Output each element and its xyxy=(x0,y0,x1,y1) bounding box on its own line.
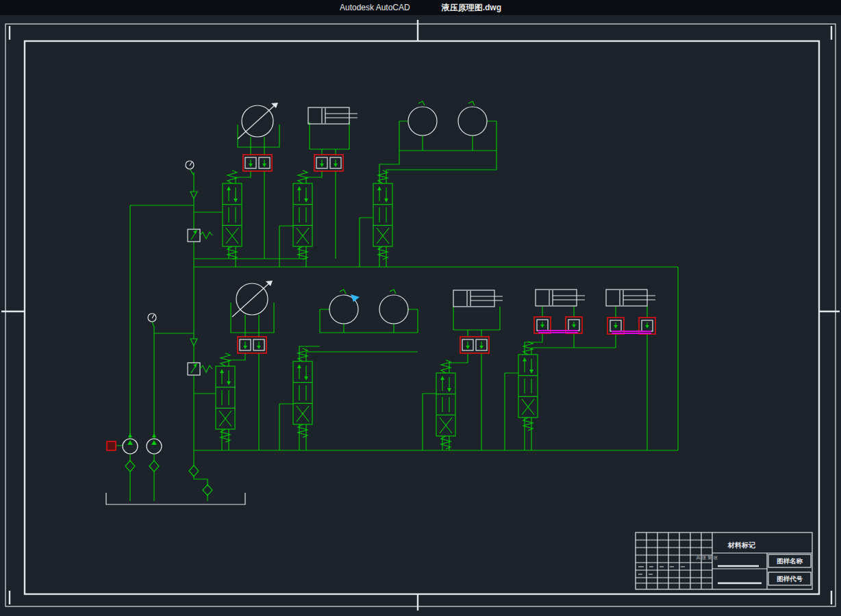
pressure-gauge-symbol xyxy=(186,161,194,169)
hydraulic-cylinder-symbol xyxy=(308,107,357,124)
pump-symbol xyxy=(147,439,162,454)
directional-valve-symbol xyxy=(293,348,312,437)
directional-valve-symbol xyxy=(373,170,392,259)
flow-arrow-icon xyxy=(128,433,132,437)
piping xyxy=(130,137,678,466)
hydraulic-schematic: 材料标记 图样名称 图样代号 共 张 第 张 xyxy=(0,0,841,616)
drawing-code-label: 图样代号 xyxy=(777,575,803,582)
highlighted-valve-pair xyxy=(243,155,272,171)
tank-symbol xyxy=(106,493,245,504)
filter-symbol xyxy=(125,461,135,472)
highlighted-valve-pair xyxy=(534,317,582,333)
sheet-frame xyxy=(1,20,840,611)
directional-valve-symbol xyxy=(223,170,242,259)
title-block: 材料标记 图样名称 图样代号 共 张 第 张 xyxy=(636,532,812,589)
hydraulic-motor-symbol xyxy=(379,290,408,324)
highlighted-valve-pair xyxy=(314,155,343,171)
cylinder-bracket xyxy=(453,307,500,330)
pump-symbol xyxy=(123,439,138,454)
hydraulic-cylinder-symbol xyxy=(606,290,655,306)
corner-marks xyxy=(10,26,831,604)
inner-border xyxy=(25,41,819,594)
material-mark-label: 材料标记 xyxy=(727,541,755,549)
lower-circuit xyxy=(148,281,678,450)
pressure-gauge-symbol xyxy=(148,313,156,322)
hydraulic-cylinder-symbol xyxy=(536,290,585,306)
hydraulic-motor-symbol xyxy=(329,290,358,324)
directional-valve-symbol xyxy=(293,170,312,259)
relief-valve-symbol xyxy=(188,229,212,242)
highlighted-valve-pair xyxy=(607,318,655,334)
hydraulic-motor-symbol xyxy=(458,101,487,136)
highlighted-valve-pair xyxy=(460,337,489,353)
flow-arrow-icon xyxy=(152,433,156,437)
filter-symbol xyxy=(203,485,212,496)
drawing-name-label: 图样名称 xyxy=(777,557,803,565)
hydraulic-motor-symbol xyxy=(408,101,437,136)
filter-symbol xyxy=(149,461,159,472)
directional-valve-symbol xyxy=(518,342,538,431)
motor-box xyxy=(107,441,116,450)
app-title: Autodesk AutoCAD xyxy=(340,3,410,12)
directional-valve-symbol xyxy=(436,360,455,449)
variable-pump-symbol xyxy=(232,281,273,317)
check-valve-symbol xyxy=(190,192,197,198)
document-title: 液压原理图.dwg xyxy=(442,2,501,14)
check-valve-symbol xyxy=(190,339,197,346)
directional-valve-symbol xyxy=(216,353,235,442)
relief-valve-symbol xyxy=(188,363,212,375)
centering-marks xyxy=(1,20,840,611)
variable-pump-bracket xyxy=(238,125,279,147)
motor-bracket xyxy=(399,121,497,151)
filter-symbol xyxy=(189,465,199,476)
pages-note: 共 张 第 张 xyxy=(696,555,718,561)
variable-pump-symbol xyxy=(238,103,278,139)
motor-bracket xyxy=(320,309,418,333)
hydraulic-cylinder-symbol xyxy=(453,290,503,307)
highlighted-valve-pair xyxy=(238,337,266,353)
titlebar: Autodesk AutoCAD 液压原理图.dwg xyxy=(0,0,841,15)
power-unit xyxy=(106,433,245,504)
variable-pump-bracket xyxy=(231,303,274,333)
cylinder-bracket xyxy=(310,122,349,149)
drawing-canvas[interactable]: 材料标记 图样名称 图样代号 共 张 第 张 xyxy=(0,15,841,616)
upper-circuit xyxy=(130,101,678,466)
